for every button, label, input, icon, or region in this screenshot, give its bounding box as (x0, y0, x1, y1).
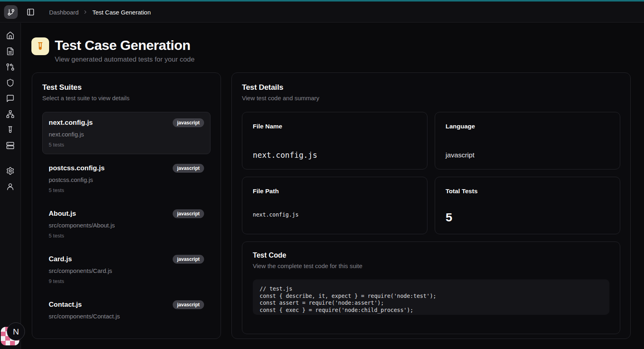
test-suite-item[interactable]: postcss.config.js javascript postcss.con… (42, 157, 211, 200)
language-badge: javascript (173, 164, 204, 173)
test-tube-icon (6, 126, 14, 134)
test-suites-title: Test Suites (42, 83, 211, 92)
sidebar-item-servers[interactable] (6, 141, 14, 150)
sidebar-item-settings[interactable] (6, 167, 14, 175)
suite-path: next.config.js (49, 131, 204, 138)
suite-name: Contact.js (49, 301, 82, 309)
language-badge: javascript (173, 255, 204, 264)
user-icon (6, 182, 14, 191)
test-suite-item[interactable]: Card.js javascript src/components/Card.j… (42, 248, 211, 291)
test-suites-subtitle: Select a test suite to view details (42, 95, 211, 101)
file-path-value: next.config.js (253, 211, 417, 218)
page-title: Test Case Generation (55, 37, 194, 53)
suite-test-count: 9 tests (49, 278, 204, 284)
test-tube-icon (31, 37, 49, 55)
sidebar-item-architecture[interactable] (6, 110, 14, 118)
network-icon (6, 110, 14, 118)
test-suite-list: next.config.js javascript next.config.js… (42, 112, 211, 326)
server-icon (6, 141, 14, 150)
file-text-icon (6, 47, 14, 56)
language-value: javascript (446, 151, 609, 159)
breadcrumb: Dashboard Test Case Generation (49, 2, 151, 23)
sidebar-item-pull-requests[interactable] (6, 63, 14, 71)
sidebar-item-chat[interactable] (6, 94, 14, 103)
git-branch-icon (7, 8, 15, 16)
chevron-right-icon (83, 9, 88, 15)
file-name-value: next.config.js (253, 151, 417, 159)
test-code-subtitle: View the complete test code for this sui… (253, 262, 609, 269)
language-badge: javascript (173, 118, 204, 127)
details-cards-grid: File Name next.config.js Language javasc… (242, 112, 620, 234)
total-tests-card: Total Tests 5 (435, 177, 620, 234)
file-name-card: File Name next.config.js (242, 112, 427, 169)
test-suite-item[interactable]: next.config.js javascript next.config.js… (42, 112, 211, 154)
card-label: Total Tests (446, 188, 609, 195)
git-pull-request-icon (6, 63, 14, 71)
suite-path: src/components/About.js (49, 222, 204, 229)
content-panels: Test Suites Select a test suite to view … (32, 72, 631, 339)
test-code-block[interactable]: // test.js const { describe, it, expect … (253, 279, 609, 315)
nextjs-dev-badge[interactable]: N (7, 322, 25, 341)
sidebar-item-tests[interactable] (6, 126, 14, 134)
app-logo-button[interactable] (4, 5, 18, 19)
sidebar-toggle-button[interactable] (27, 8, 35, 16)
card-label: Language (446, 123, 609, 130)
suite-test-count: 5 tests (49, 142, 204, 148)
panel-left-icon (27, 8, 35, 16)
shield-icon (6, 78, 14, 87)
suite-test-count: 5 tests (49, 233, 204, 239)
test-details-panel: Test Details View test code and summary … (231, 72, 631, 339)
page-header: Test Case Generation View generated auto… (31, 37, 194, 64)
total-tests-value: 5 (446, 211, 609, 224)
language-card: Language javascript (435, 112, 620, 169)
suite-path: src/components/Card.js (49, 267, 204, 274)
suite-path: postcss.config.js (49, 176, 204, 183)
top-accent-bar (0, 0, 644, 2)
sidebar-item-profile[interactable] (6, 182, 14, 191)
suite-name: postcss.config.js (49, 164, 105, 172)
test-suite-item[interactable]: Contact.js javascript src/components/Con… (42, 294, 211, 326)
test-details-title: Test Details (242, 83, 620, 92)
test-details-subtitle: View test code and summary (242, 95, 620, 101)
card-label: File Path (253, 188, 417, 195)
sidebar-item-security[interactable] (6, 78, 14, 87)
suite-name: Card.js (49, 255, 72, 263)
settings-icon (6, 167, 14, 175)
test-code-title: Test Code (253, 251, 609, 260)
card-label: File Name (253, 123, 417, 130)
sidebar (0, 23, 21, 349)
language-badge: javascript (173, 300, 204, 309)
suite-test-count: 5 tests (49, 187, 204, 193)
test-code-card: Test Code View the complete test code fo… (242, 242, 620, 334)
suite-name: About.js (49, 210, 76, 218)
suite-name: next.config.js (49, 119, 93, 127)
nextjs-n-icon: N (13, 327, 19, 337)
sidebar-item-documents[interactable] (6, 47, 14, 56)
message-square-icon (6, 94, 14, 103)
home-icon (6, 31, 14, 40)
language-badge: javascript (173, 209, 204, 218)
breadcrumb-current-page: Test Case Generation (92, 9, 151, 16)
page-subtitle: View generated automated tests for your … (55, 56, 194, 64)
app-header: Dashboard Test Case Generation (0, 2, 644, 23)
file-path-card: File Path next.config.js (242, 177, 427, 234)
test-suite-item[interactable]: About.js javascript src/components/About… (42, 203, 211, 245)
test-suites-panel: Test Suites Select a test suite to view … (32, 72, 221, 339)
suite-path: src/components/Contact.js (49, 313, 204, 320)
breadcrumb-dashboard-link[interactable]: Dashboard (49, 9, 78, 16)
sidebar-item-home[interactable] (6, 31, 14, 40)
